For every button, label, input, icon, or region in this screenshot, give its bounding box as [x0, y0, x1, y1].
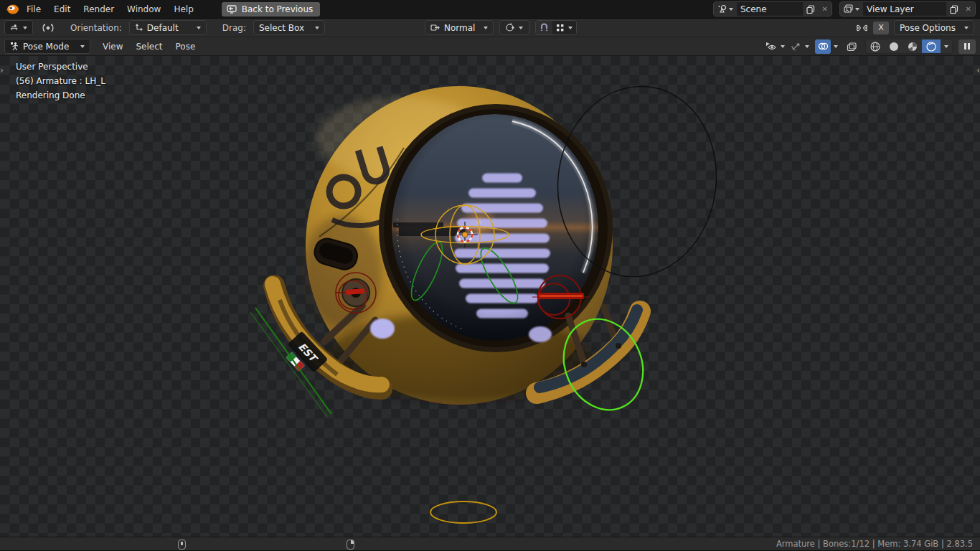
pivot-icon — [430, 24, 440, 32]
chevron-down-icon — [568, 27, 573, 29]
pause-render-button[interactable] — [958, 39, 976, 54]
statusbar-info: Armature | Bones:1/12 | Mem: 3.74 GiB | … — [776, 539, 973, 549]
view-layer-selector: View Layer ✕ — [839, 1, 976, 17]
transform-orientation-dropdown[interactable]: Normal — [425, 20, 494, 35]
scene-selector: Scene ✕ — [713, 1, 832, 17]
rendered-scene: EST — [0, 56, 980, 537]
chevron-down-icon — [23, 27, 27, 29]
back-to-previous-button[interactable]: Back to Previous — [222, 2, 321, 17]
mirror-x-toggle[interactable]: X — [873, 22, 889, 34]
chevron-down-icon — [729, 8, 733, 11]
back-to-previous-label: Back to Previous — [242, 4, 314, 14]
chevron-down-icon — [484, 27, 488, 29]
orientation-label: Orientation: — [66, 23, 126, 33]
blender-logo-icon[interactable] — [4, 3, 20, 16]
wireframe-icon — [870, 41, 881, 52]
menu-help[interactable]: Help — [167, 0, 199, 18]
gizmo-icon — [791, 42, 802, 52]
xray-toggle[interactable] — [844, 39, 859, 54]
shading-mode-group — [865, 39, 953, 54]
xray-icon — [847, 42, 857, 52]
active-tool-tweak-button[interactable] — [40, 21, 56, 35]
orientation-dropdown[interactable]: Default — [129, 20, 207, 35]
chevron-down-icon — [964, 27, 969, 29]
viewport-header: Pose Mode View Select Pose — [0, 37, 980, 56]
orientation-value: Default — [147, 23, 192, 33]
mode-value: Pose Mode — [23, 42, 76, 52]
duplicate-icon — [950, 5, 958, 14]
statusbar: Armature | Bones:1/12 | Mem: 3.74 GiB | … — [0, 537, 980, 550]
menu-edit[interactable]: Edit — [47, 0, 77, 18]
view-layer-name-field[interactable]: View Layer — [863, 2, 946, 16]
shading-rendered-button[interactable] — [922, 39, 941, 53]
shading-dropdown[interactable] — [941, 39, 952, 53]
x-mirror-icon[interactable] — [856, 23, 868, 33]
show-overlays-toggle[interactable] — [815, 39, 831, 54]
pivot-point-dropdown[interactable] — [499, 20, 529, 35]
drag-value: Select Box — [259, 23, 311, 33]
overlays-group — [815, 39, 838, 54]
tool-settings-bar: Orientation: Default Drag: Select Box No… — [0, 19, 980, 37]
pose-options-dropdown[interactable]: Pose Options — [894, 20, 974, 35]
chevron-down-icon — [197, 27, 201, 29]
close-icon: ✕ — [822, 5, 828, 13]
new-scene-button[interactable] — [803, 2, 819, 16]
chevron-down-icon — [805, 45, 809, 48]
chevron-down-icon — [834, 45, 838, 48]
scene-name-field[interactable]: Scene — [737, 2, 803, 16]
drag-label: Drag: — [218, 23, 250, 33]
drag-dropdown[interactable]: Select Box — [253, 20, 325, 35]
snap-with-grid-icon — [556, 24, 565, 32]
snap-toggle-button[interactable] — [536, 21, 552, 34]
right-mouse-icon — [347, 540, 354, 550]
bone-root-ellipse[interactable] — [430, 501, 496, 523]
menu-file[interactable]: File — [20, 0, 47, 18]
chevron-down-icon — [855, 8, 859, 11]
robot-model: EST — [273, 86, 640, 405]
scene-icon — [717, 4, 727, 14]
pivot-point-icon — [505, 23, 514, 32]
mode-dropdown[interactable]: Pose Mode — [4, 39, 90, 54]
view-layer-icon — [844, 4, 853, 14]
magnet-icon — [540, 23, 549, 32]
chevron-down-icon — [944, 45, 948, 48]
scene-browse-button[interactable] — [714, 2, 737, 16]
unlink-scene-button[interactable]: ✕ — [819, 2, 831, 16]
rendered-icon — [925, 41, 937, 52]
pose-options-label: Pose Options — [900, 23, 960, 33]
overlays-icon — [818, 42, 829, 51]
object-visibility-dropdown[interactable] — [765, 42, 785, 52]
viewport-3d[interactable]: User Perspective (56) Armature : LH_L Re… — [0, 56, 980, 537]
gizmos-dropdown[interactable] — [791, 42, 809, 52]
menu-select[interactable]: Select — [129, 37, 169, 55]
new-view-layer-button[interactable] — [946, 2, 962, 16]
pause-icon — [963, 42, 971, 50]
pose-mode-icon — [10, 42, 19, 52]
duplicate-icon — [806, 5, 815, 14]
middle-mouse-icon — [178, 540, 186, 550]
mirror-x-label: X — [878, 23, 884, 32]
menu-view[interactable]: View — [96, 37, 129, 55]
orientation-axis-icon — [135, 24, 143, 32]
remove-view-layer-button[interactable]: ✕ — [962, 2, 975, 16]
shading-wireframe-button[interactable] — [866, 39, 885, 53]
editor-type-selector[interactable] — [4, 20, 33, 35]
close-icon: ✕ — [966, 5, 971, 13]
tool-editor-icon — [10, 23, 19, 32]
topbar: File Edit Render Window Help Back to Pre… — [0, 0, 980, 19]
chevron-down-icon — [519, 27, 523, 29]
cursor-eye-icon — [765, 42, 778, 52]
shading-material-button[interactable] — [903, 39, 922, 53]
tweak-orbit-icon — [42, 22, 55, 34]
menu-render[interactable]: Render — [77, 0, 121, 18]
view-layer-browse-button[interactable] — [840, 2, 863, 16]
snap-group — [535, 20, 577, 35]
menu-window[interactable]: Window — [121, 0, 167, 18]
back-screen-icon — [227, 5, 237, 14]
transform-orientation-value: Normal — [444, 23, 479, 33]
chevron-down-icon — [80, 45, 85, 48]
solid-icon — [888, 41, 900, 52]
menu-pose[interactable]: Pose — [169, 37, 202, 55]
shading-solid-button[interactable] — [885, 39, 903, 53]
snap-settings-dropdown[interactable] — [552, 21, 576, 34]
